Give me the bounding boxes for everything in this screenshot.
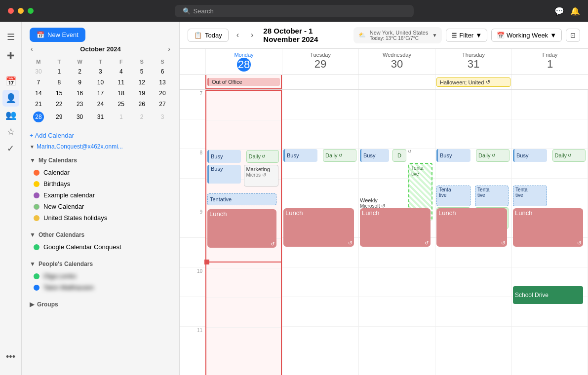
mini-cal-date[interactable]: 29 bbox=[49, 110, 69, 124]
event-thu-daily[interactable]: Daily ↺ bbox=[476, 149, 510, 162]
mini-cal-date[interactable]: 4 bbox=[111, 67, 131, 76]
mini-cal-date[interactable]: 13 bbox=[153, 77, 172, 87]
other-calendars-header[interactable]: ▼ Other Calendars bbox=[30, 229, 171, 240]
expand-button[interactable]: ⊡ bbox=[566, 29, 580, 42]
cal-item-person2[interactable]: Talon Malthausen bbox=[30, 282, 171, 293]
mini-cal-date[interactable]: 14 bbox=[29, 88, 48, 98]
mini-cal-date[interactable]: 15 bbox=[49, 88, 69, 98]
mini-cal-date[interactable]: 10 bbox=[91, 77, 111, 87]
mini-cal-date[interactable]: 18 bbox=[111, 88, 131, 98]
event-mon-marketing[interactable]: Marketing Micros ↺ bbox=[244, 165, 279, 187]
search-bar[interactable]: 🔍 Search bbox=[175, 5, 414, 17]
cal-item-google[interactable]: Google Calendar Conquest bbox=[30, 241, 171, 253]
more-nav-icon[interactable]: ••• bbox=[3, 349, 18, 365]
mini-cal-date[interactable]: 9 bbox=[70, 77, 90, 87]
mini-cal-date[interactable]: 3 bbox=[91, 67, 111, 76]
favorites-nav-icon[interactable]: ☆ bbox=[4, 123, 18, 140]
sidebar-toggle-button[interactable]: ☰ bbox=[3, 28, 19, 46]
weather-widget[interactable]: ⛅ New York, United States Today: 13°C 16… bbox=[353, 27, 442, 43]
people-nav-icon[interactable]: 👤 bbox=[2, 90, 19, 107]
mini-cal-next[interactable]: › bbox=[165, 44, 173, 54]
mini-cal-date[interactable]: 8 bbox=[49, 77, 69, 87]
mini-cal-date[interactable]: 30 bbox=[70, 110, 90, 124]
mini-cal-date[interactable]: 24 bbox=[91, 99, 111, 109]
event-mon-busy2[interactable]: Busy bbox=[207, 165, 241, 184]
event-mon-lunch[interactable]: Lunch ↺ bbox=[207, 209, 276, 248]
mini-cal-date[interactable]: 27 bbox=[153, 99, 172, 109]
cal-item-new[interactable]: New Calendar bbox=[30, 201, 171, 212]
day-col-wed[interactable]: Busy D ↺ Tentative Weekly Microsoft ↺ Lu… bbox=[358, 90, 435, 375]
mini-cal-date[interactable]: 28 bbox=[29, 110, 48, 124]
fullscreen-button[interactable] bbox=[28, 8, 34, 14]
mini-cal-date[interactable]: 1 bbox=[49, 67, 69, 76]
new-event-icon-button[interactable]: ✚ bbox=[3, 46, 18, 65]
event-fri-tent[interactable]: Tentative bbox=[513, 186, 547, 206]
day-col-fri[interactable]: Busy Daily ↺ Tentative Lunch ↺ School Dr… bbox=[511, 90, 588, 375]
close-button[interactable] bbox=[8, 8, 14, 14]
today-button[interactable]: 📋 Today bbox=[188, 29, 229, 42]
new-event-button[interactable]: 📅 New Event bbox=[30, 28, 85, 42]
tasks-nav-icon[interactable]: ✓ bbox=[4, 140, 17, 157]
notifications-icon[interactable]: 🔔 bbox=[570, 6, 580, 16]
mini-cal-date[interactable]: 20 bbox=[153, 88, 172, 98]
mini-cal-date[interactable]: 11 bbox=[111, 77, 131, 87]
event-wed-daily-d[interactable]: D bbox=[392, 149, 406, 162]
mini-cal-date[interactable]: 17 bbox=[91, 88, 111, 98]
event-thu-busy[interactable]: Busy bbox=[436, 149, 470, 162]
event-wed-weekly[interactable]: Weekly Microsoft ↺ bbox=[360, 197, 385, 209]
minimize-button[interactable] bbox=[18, 8, 24, 14]
allday-event-halloween[interactable]: Halloween; United ↺ bbox=[436, 77, 510, 87]
event-wed-busy[interactable]: Busy bbox=[360, 149, 389, 162]
groups-header[interactable]: ▶ Groups bbox=[30, 299, 171, 310]
mini-cal-date[interactable]: 1 bbox=[111, 110, 131, 124]
mini-cal-date[interactable]: 19 bbox=[132, 88, 152, 98]
my-calendars-header[interactable]: ▼ My Calendars bbox=[30, 155, 171, 166]
messages-icon[interactable]: 💬 bbox=[554, 6, 564, 16]
day-col-mon[interactable]: Busy Daily ↺ Busy Marketing Micros ↺ Ten… bbox=[205, 90, 282, 375]
mini-cal-date[interactable]: 7 bbox=[29, 77, 48, 87]
calendar-nav-icon[interactable]: 📅 bbox=[2, 73, 19, 90]
event-mon-daily1[interactable]: Daily ↺ bbox=[246, 150, 279, 163]
event-thu-tent1[interactable]: Tentative bbox=[436, 186, 470, 206]
day-col-tue[interactable]: Busy Daily ↺ Lunch ↺ 3 more bbox=[282, 90, 358, 375]
mini-cal-date[interactable]: 31 bbox=[91, 110, 111, 124]
event-mon-busy1[interactable]: Busy bbox=[207, 150, 241, 163]
mini-cal-date[interactable]: 21 bbox=[29, 99, 48, 109]
weather-chevron[interactable]: ▼ bbox=[432, 33, 437, 38]
mini-cal-date[interactable]: 2 bbox=[132, 110, 152, 124]
view-button[interactable]: 📅 Working Week ▼ bbox=[491, 29, 562, 42]
mini-cal-date[interactable]: 2 bbox=[70, 67, 90, 76]
mini-cal-date[interactable]: 30 bbox=[29, 67, 48, 76]
event-fri-school-drive[interactable]: School Drive bbox=[513, 286, 583, 304]
cal-item-person1[interactable]: Olga Lenko bbox=[30, 270, 171, 282]
event-tue-busy[interactable]: Busy bbox=[283, 149, 317, 162]
filter-button[interactable]: ☰ Filter ▼ bbox=[446, 29, 487, 42]
cal-item-calendar[interactable]: Calendar bbox=[30, 167, 171, 178]
cal-item-example[interactable]: Example calendar bbox=[30, 189, 171, 201]
account-row[interactable]: ▼ Marina.Conquest@x462x.onmi... bbox=[22, 142, 179, 152]
mini-cal-date[interactable]: 22 bbox=[49, 99, 69, 109]
mini-cal-date[interactable]: 12 bbox=[132, 77, 152, 87]
mini-cal-date[interactable]: 3 bbox=[153, 110, 172, 124]
mini-cal-prev[interactable]: ‹ bbox=[28, 44, 36, 54]
mini-cal-date[interactable]: 6 bbox=[153, 67, 172, 76]
event-tue-daily[interactable]: Daily ↺ bbox=[323, 149, 356, 162]
mini-cal-date[interactable]: 5 bbox=[132, 67, 152, 76]
mini-cal-date[interactable]: 26 bbox=[132, 99, 152, 109]
event-fri-lunch[interactable]: Lunch ↺ bbox=[513, 208, 583, 247]
next-button[interactable]: › bbox=[247, 29, 257, 41]
add-calendar-button[interactable]: + Add Calendar bbox=[22, 129, 179, 142]
cal-item-birthdays[interactable]: Birthdays bbox=[30, 178, 171, 189]
event-thu-tent2[interactable]: Tentative bbox=[475, 186, 509, 206]
day-col-thu[interactable]: Busy Daily ↺ Tentative Tentative Free Fr… bbox=[435, 90, 511, 375]
event-wed-lunch[interactable]: Lunch ↺ bbox=[360, 208, 431, 247]
allday-event-out-of-office[interactable]: Out of Office bbox=[207, 78, 280, 86]
event-fri-busy[interactable]: Busy bbox=[513, 149, 547, 162]
event-tue-lunch[interactable]: Lunch ↺ bbox=[283, 208, 354, 247]
prev-button[interactable]: ‹ bbox=[233, 29, 243, 41]
cal-item-us-holidays[interactable]: United States holidays bbox=[30, 212, 171, 224]
mini-cal-date[interactable]: 16 bbox=[70, 88, 90, 98]
event-mon-tentative[interactable]: Tentative bbox=[207, 193, 276, 205]
event-fri-daily[interactable]: Daily ↺ bbox=[552, 149, 586, 162]
peoples-calendars-header[interactable]: ▼ People's Calendars bbox=[30, 259, 171, 269]
